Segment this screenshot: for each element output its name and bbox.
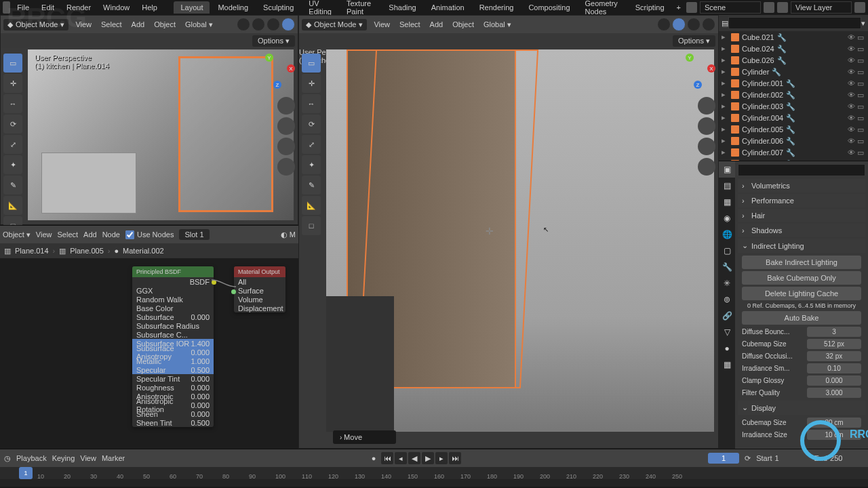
menu-window[interactable]: Window: [98, 1, 135, 14]
mode-selector[interactable]: ◆Object Mode▾: [3, 19, 68, 30]
node-property-row[interactable]: Specular0.500: [132, 365, 214, 374]
tool-rotate-icon[interactable]: ⟳: [3, 115, 22, 134]
workspace-add-button[interactable]: +: [673, 1, 685, 14]
tab-material-icon[interactable]: ●: [719, 340, 735, 357]
new-scene-icon[interactable]: [764, 2, 774, 13]
delete-cache-button[interactable]: Delete Lighting Cache: [742, 287, 861, 300]
node-property-row[interactable]: Base Color: [132, 304, 214, 312]
workspace-tab-animation[interactable]: Animation: [425, 1, 471, 14]
tool-add-cube-icon[interactable]: □: [302, 216, 321, 235]
tab-particles-icon[interactable]: ✳: [719, 275, 735, 291]
outliner-item[interactable]: ▸Cylinder.002🔧👁▭: [719, 89, 868, 100]
auto-key-icon[interactable]: ●: [372, 454, 376, 462]
tool-cursor-icon[interactable]: ✛: [3, 74, 22, 93]
tool-scale-icon[interactable]: ⤢: [3, 135, 22, 154]
zoom-icon[interactable]: [698, 97, 715, 115]
tab-modifier-icon[interactable]: 🔧: [719, 259, 735, 275]
property-value-field[interactable]: 3: [807, 327, 861, 337]
tool-move-icon[interactable]: ↔: [3, 94, 22, 113]
timeline-ruler[interactable]: 1 10203040506070809010011012013014015016…: [0, 467, 868, 479]
viewport-canvas[interactable]: [28, 49, 294, 220]
panel-display[interactable]: ⌄Display: [738, 401, 865, 415]
timeline-editor-icon[interactable]: ◷: [4, 454, 11, 463]
camera-view-icon[interactable]: [277, 138, 295, 155]
current-frame-field[interactable]: 1: [708, 453, 739, 464]
shading-wireframe-icon[interactable]: [657, 18, 671, 31]
vp-menu-add[interactable]: Add: [427, 19, 446, 30]
jump-end-icon[interactable]: ⏭: [449, 452, 461, 464]
shading-rendered-icon[interactable]: [281, 18, 295, 31]
outliner-item[interactable]: ▸Cylinder.001🔧👁▭: [719, 77, 868, 89]
property-value-field[interactable]: 3.000: [807, 388, 861, 398]
ne-object-dropdown[interactable]: Object ▾: [3, 230, 31, 239]
tl-marker[interactable]: Marker: [102, 454, 125, 462]
pan-icon[interactable]: [277, 117, 295, 135]
bake-indirect-button[interactable]: Bake Indirect Lighting: [742, 256, 861, 269]
vp-menu-add[interactable]: Add: [129, 19, 148, 30]
vp-menu-select[interactable]: Select: [98, 19, 125, 30]
panel-shadows[interactable]: ›Shadows: [738, 224, 865, 237]
bc-mesh[interactable]: Plane.005: [70, 247, 104, 255]
tab-data-icon[interactable]: ▽: [719, 324, 735, 340]
node-property-row[interactable]: Random Walk: [132, 295, 214, 304]
viewport-canvas[interactable]: ✛ ↖: [326, 49, 714, 432]
workspace-tab-scripting[interactable]: Scripting: [629, 1, 671, 14]
node-property-row[interactable]: Subsurface C...: [132, 330, 214, 339]
mode-selector[interactable]: ◆Object Mode▾: [302, 19, 367, 30]
node-property-row[interactable]: Anisotropic Rotation0.000: [132, 401, 214, 409]
node-property-row[interactable]: GGX: [132, 286, 214, 295]
node-property-row[interactable]: Subsurface Anisotropy0.000: [132, 348, 214, 357]
node-property-row[interactable]: Subsurface0.000: [132, 312, 214, 321]
workspace-tab-rendering[interactable]: Rendering: [473, 1, 521, 14]
tl-keying[interactable]: Keying: [52, 454, 75, 462]
outliner-item[interactable]: ▸Cylinder.007🔧👁▭: [719, 146, 868, 158]
menu-edit[interactable]: Edit: [36, 1, 60, 14]
property-value-field[interactable]: 512 px: [807, 339, 861, 349]
shading-rendered-icon[interactable]: [702, 18, 715, 31]
outliner-search-input[interactable]: [728, 17, 861, 29]
material-slot-selector[interactable]: Slot 1: [179, 229, 209, 240]
frame-sync-icon[interactable]: ⟳: [745, 454, 751, 463]
node-material-output[interactable]: Material Output All Surface Volume Displ…: [234, 266, 285, 312]
tl-view[interactable]: View: [80, 454, 96, 462]
ne-menu-view[interactable]: View: [36, 230, 52, 239]
panel-hair[interactable]: ›Hair: [738, 209, 865, 222]
operator-hint[interactable]: › Move: [333, 430, 396, 444]
property-value-field[interactable]: 0.000: [807, 375, 861, 386]
shading-material-icon[interactable]: [267, 18, 280, 31]
shading-solid-icon[interactable]: [672, 18, 686, 31]
tab-render-icon[interactable]: ▣: [719, 161, 735, 178]
scene-name-input[interactable]: [700, 1, 761, 14]
new-layer-icon[interactable]: [854, 2, 865, 13]
menu-help[interactable]: Help: [136, 1, 163, 14]
shading-solid-icon[interactable]: [252, 18, 265, 31]
node-property-row[interactable]: Roughness0.000: [132, 383, 214, 392]
outliner-item[interactable]: ▸Cylinder.005🔧👁▭: [719, 123, 868, 135]
filter-icon[interactable]: ▤: [722, 19, 728, 28]
outliner-item[interactable]: ▸Cube.024🔧👁▭: [719, 43, 868, 54]
nav-gizmo[interactable]: X Y Z: [260, 54, 295, 89]
view-layer-icon[interactable]: [777, 2, 788, 13]
tool-select-box-icon[interactable]: ▭: [3, 54, 22, 73]
ne-menu-node[interactable]: Node: [102, 230, 120, 239]
orientation-selector[interactable]: Global ▾: [481, 19, 514, 30]
panel-indirect-lighting[interactable]: ⌄Indirect Lighting: [738, 239, 865, 253]
outliner-item[interactable]: ▸Cylinder🔧👁▭: [719, 66, 868, 77]
tool-annotate-icon[interactable]: ✎: [3, 176, 22, 195]
shading-material-icon[interactable]: [687, 18, 701, 31]
tool-cursor-icon[interactable]: ✛: [302, 74, 321, 93]
tab-viewlayer-icon[interactable]: ▦: [719, 194, 735, 210]
workspace-tab-layout[interactable]: Layout: [174, 1, 210, 14]
view-layer-input[interactable]: [791, 1, 852, 14]
playhead[interactable]: 1: [19, 467, 33, 479]
app-logo-icon[interactable]: [3, 1, 10, 14]
menu-file[interactable]: File: [12, 1, 35, 14]
play-reverse-icon[interactable]: ◀: [408, 452, 420, 464]
use-nodes-checkbox[interactable]: Use Nodes: [125, 230, 174, 239]
property-value-field[interactable]: 0.10: [807, 363, 861, 373]
keyframe-prev-icon[interactable]: ◂: [395, 452, 407, 464]
tool-measure-icon[interactable]: 📐: [3, 196, 22, 215]
camera-view-icon[interactable]: [698, 138, 715, 155]
zoom-icon[interactable]: [277, 97, 295, 115]
keyframe-next-icon[interactable]: ▸: [435, 452, 448, 464]
